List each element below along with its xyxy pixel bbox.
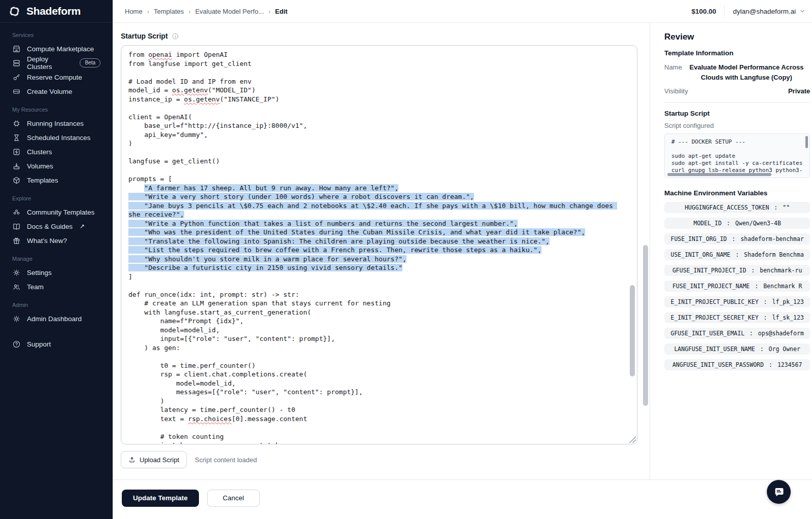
env-value: Org Owner — [769, 345, 800, 353]
admin-gear-icon — [12, 315, 21, 323]
sidebar-item-settings[interactable]: Settings — [5, 265, 108, 280]
env-separator: : — [735, 251, 739, 258]
env-separator: : — [755, 283, 758, 290]
env-value: benchmark-ru — [760, 267, 802, 274]
topbar: Home › Templates › Evaluate Model Perfo.… — [113, 0, 812, 23]
sidebar-item-admin-dashboard[interactable]: Admin Dashboard — [5, 312, 108, 326]
cancel-button[interactable]: Cancel — [207, 490, 260, 507]
startup-script-editor[interactable]: from openai import OpenAI from langfuse … — [121, 45, 637, 444]
sidebar-item-whats-new[interactable]: What's New? — [5, 233, 108, 248]
env-var-row: ANGFUSE_INIT_USER_PASSWORD:1234567 — [664, 359, 810, 370]
divider — [664, 102, 810, 102]
external-link-icon: ↗ — [80, 223, 85, 230]
sidebar-item-docs-guides[interactable]: Docs & Guides ↗ — [5, 219, 108, 233]
script-configured-status: Script configured — [664, 122, 810, 129]
breadcrumb-home[interactable]: Home — [125, 8, 143, 15]
sidebar-item-running-instances[interactable]: Running Instances — [5, 116, 108, 130]
editor-resize-grip[interactable] — [629, 436, 636, 443]
sidebar-item-clusters[interactable]: Clusters — [5, 145, 108, 159]
env-key: E_INIT_PROJECT_PUBLIC_KEY — [670, 298, 758, 305]
breadcrumb-template-name[interactable]: Evaluate Model Perfo... — [195, 8, 264, 15]
sidebar-item-volumes[interactable]: Volumes — [5, 159, 108, 173]
chat-bubble-icon — [773, 486, 785, 498]
divider — [724, 5, 725, 17]
main-scrollbar-thumb[interactable] — [643, 245, 648, 406]
account-email: dylan@shadeform.ai — [733, 8, 796, 15]
sidebar-item-create-volume[interactable]: Create Volume — [5, 84, 108, 98]
download-drive-icon — [12, 162, 21, 170]
env-value: "" — [783, 204, 790, 211]
code-misspelled-token: openai — [148, 51, 172, 58]
gift-icon — [12, 236, 21, 245]
env-key: USE_INIT_ORG_NAME — [670, 251, 730, 258]
chevron-right-icon: › — [188, 8, 190, 15]
info-icon[interactable] — [172, 32, 179, 40]
shadeform-logo-icon — [8, 5, 21, 18]
upload-script-button[interactable]: Upload Script — [121, 451, 187, 468]
update-template-button[interactable]: Update Template — [122, 490, 199, 507]
section-label-admin: Admin — [12, 302, 100, 308]
env-key: GFUSE_INIT_PROJECT_ID — [672, 267, 746, 274]
startup-script-title: Startup Script — [121, 32, 168, 40]
sidebar-item-label: Docs & Guides — [27, 223, 73, 230]
env-value: Benchmark R — [763, 283, 802, 290]
visibility-value: Private — [788, 87, 810, 95]
sidebar-item-label: Support — [27, 340, 51, 348]
code-editor-text[interactable]: from openai import OpenAI from langfuse … — [121, 46, 637, 444]
visibility-label: Visibility — [664, 87, 688, 95]
hourglass-icon — [12, 133, 21, 142]
env-separator: : — [750, 330, 753, 337]
sidebar-item-label: Compute Marketplace — [27, 45, 94, 53]
sidebar-item-label: Create Volume — [27, 88, 72, 95]
code-segment: from — [128, 51, 148, 58]
env-var-row: FUSE_INIT_PROJECT_NAME:Benchmark R — [664, 281, 810, 292]
code-misspelled-token: os.getenv — [184, 95, 220, 103]
chevron-down-icon — [799, 8, 805, 14]
section-label-services: Services — [12, 32, 100, 38]
sidebar-item-label: Admin Dashboard — [27, 315, 82, 323]
env-var-row: MODEL_ID:Qwen/Qwen3-4B — [664, 218, 810, 229]
breadcrumb-templates[interactable]: Templates — [154, 8, 184, 15]
env-var-row: E_INIT_PROJECT_PUBLIC_KEY:lf_pk_123 — [664, 296, 810, 307]
template-name-value: Evaluate Model Performance Across Clouds… — [683, 62, 810, 82]
sidebar-item-team[interactable]: Team — [5, 280, 108, 294]
footer-actions: Update Template Cancel — [113, 479, 812, 519]
sidebar-item-reserve-compute[interactable]: Reserve Compute — [5, 70, 108, 84]
sidebar-item-scheduled-instances[interactable]: Scheduled Instances — [5, 130, 108, 145]
env-var-row: LANGFUSE_INIT_USER_NAME:Org Owner — [664, 343, 810, 355]
preview-horizontal-scrollbar-thumb[interactable] — [667, 173, 771, 176]
sidebar: Shadeform Services Compute Marketplace D… — [0, 0, 113, 519]
env-var-row: GFUSE_INIT_PROJECT_ID:benchmark-ru — [664, 265, 810, 276]
key-icon — [12, 73, 21, 82]
env-value: Qwen/Qwen3-4B — [735, 220, 781, 227]
env-separator: : — [764, 298, 767, 305]
cluster-icon — [12, 148, 21, 156]
env-value: Shadeform Benchma — [744, 251, 804, 258]
script-preview-text: # --- DOCKER SETUP --- sudo apt-get upda… — [665, 134, 809, 174]
env-key: FUSE_INIT_PROJECT_NAME — [672, 283, 750, 290]
template-information-heading: Template Information — [664, 49, 810, 57]
env-var-row: GFUSE_INIT_USER_EMAIL:ops@shadeform — [664, 328, 810, 339]
breadcrumb: Home › Templates › Evaluate Model Perfo.… — [125, 8, 288, 15]
env-separator: : — [732, 235, 735, 243]
sidebar-item-support[interactable]: Support — [5, 337, 108, 351]
sidebar-item-templates[interactable]: Templates — [5, 173, 108, 187]
account-menu[interactable]: dylan@shadeform.ai — [733, 8, 805, 15]
storefront-icon — [12, 45, 21, 53]
name-label: Name — [664, 62, 682, 82]
review-title: Review — [664, 32, 810, 42]
env-key: FUSE_INIT_ORG_ID — [670, 235, 727, 243]
cube-icon — [12, 176, 21, 185]
chat-support-button[interactable] — [767, 480, 791, 504]
env-separator: : — [774, 204, 777, 211]
chevron-right-icon: › — [268, 8, 270, 15]
team-icon — [12, 283, 21, 291]
sidebar-item-deploy-clusters[interactable]: Deploy Clusters Beta — [5, 56, 108, 70]
preview-vertical-scrollbar-thumb[interactable] — [805, 136, 808, 148]
editor-scrollbar-thumb[interactable] — [630, 285, 635, 376]
community-icon — [12, 208, 21, 217]
sidebar-item-community-templates[interactable]: Community Templates — [5, 205, 108, 219]
sidebar-item-label: What's New? — [27, 237, 67, 245]
sidebar-item-label: Volumes — [27, 162, 53, 170]
sidebar-item-compute-marketplace[interactable]: Compute Marketplace — [5, 42, 108, 56]
